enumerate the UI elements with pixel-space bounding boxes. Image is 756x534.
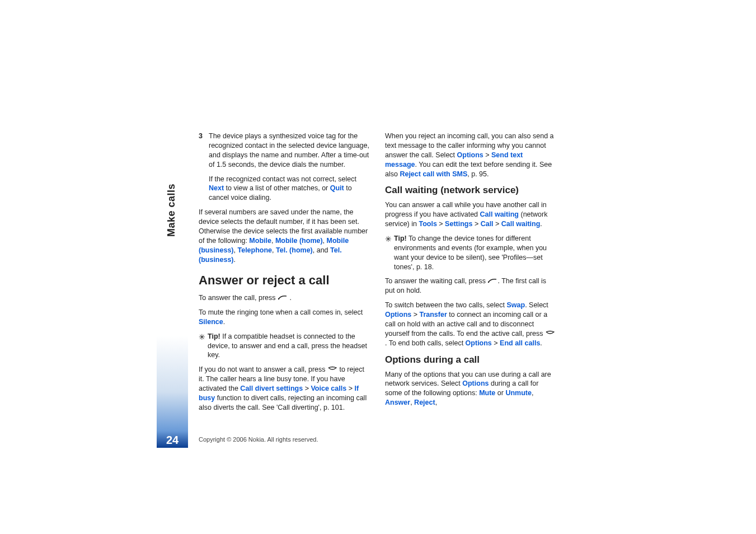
multi-number-paragraph: If several numbers are saved under the n… [199, 208, 369, 264]
text: To answer the waiting call, press [385, 277, 487, 285]
link-end-all-calls[interactable]: End all calls [500, 339, 540, 347]
text: To switch between the two calls, select [385, 301, 506, 309]
heading-call-waiting: Call waiting (network service) [385, 184, 556, 197]
text: If the recognized contact was not correc… [209, 175, 356, 183]
link-transfer[interactable]: Transfer [419, 311, 447, 318]
period: . [540, 339, 542, 347]
reject-paragraph: If you do not want to answer a call, pre… [199, 365, 369, 412]
text: , p. 95. [467, 170, 489, 178]
link-tools[interactable]: Tools [419, 220, 436, 228]
copyright-footer: Copyright © 2006 Nokia. All rights reser… [199, 436, 318, 443]
link-call-waiting[interactable]: Call waiting [480, 210, 519, 218]
period: . [540, 220, 542, 228]
waiting-answer-paragraph: To answer the waiting call, press . The … [385, 277, 556, 296]
end-key-icon [327, 365, 337, 371]
link-options-2[interactable]: Options [385, 311, 411, 318]
link-mobile-home[interactable]: Mobile (home) [275, 237, 323, 245]
link-call-waiting-2[interactable]: Call waiting [501, 220, 540, 228]
link-tel-home[interactable]: Tel. (home) [276, 246, 313, 254]
heading-answer-reject: Answer or reject a call [199, 272, 369, 289]
sep: > [346, 385, 354, 392]
sep: , [272, 246, 276, 254]
tip-1: ✳ Tip! If a compatible headset is connec… [199, 332, 369, 360]
text: To answer the call, press [199, 294, 278, 302]
column-right: When you reject an incoming call, you ca… [385, 132, 556, 418]
step3-line1: The device plays a synthesized voice tag… [209, 132, 369, 170]
answer-paragraph: To answer the call, press . [199, 293, 369, 303]
tip-icon: ✳ [385, 235, 394, 244]
link-mobile[interactable]: Mobile [249, 237, 271, 245]
link-mute[interactable]: Mute [479, 389, 495, 397]
call-key-icon [487, 277, 497, 282]
text: If a compatible headset is connected to … [208, 332, 367, 359]
period: . [234, 256, 236, 264]
tip-text: Tip! To change the device tones for diff… [394, 234, 556, 272]
svg-point-0 [278, 298, 279, 299]
step3-line2: If the recognized contact was not correc… [209, 175, 369, 203]
switch-paragraph: To switch between the two calls, select … [385, 301, 556, 348]
period: . [288, 294, 292, 302]
step-3: 3 The device plays a synthesized voice t… [199, 132, 369, 208]
trailing-comma: , [435, 399, 437, 406]
heading-options-during-call: Options during a call [385, 354, 556, 367]
page-content: 3 The device plays a synthesized voice t… [199, 132, 557, 418]
sep: > [494, 220, 501, 228]
tip-text: Tip! If a compatible headset is connecte… [208, 332, 369, 360]
text: To mute the ringing tone when a call com… [199, 308, 363, 316]
tip-label: Tip! [394, 235, 407, 242]
link-call[interactable]: Call [481, 220, 494, 228]
sep: , [323, 237, 327, 245]
link-answer[interactable]: Answer [385, 399, 410, 406]
sep: , [532, 389, 533, 397]
page-number: 24 [157, 431, 188, 449]
text: or [495, 389, 505, 397]
call-key-icon [278, 293, 288, 299]
period: . [223, 318, 225, 326]
step-number: 3 [199, 132, 209, 208]
sep: > [492, 339, 500, 347]
link-voice-calls[interactable]: Voice calls [311, 385, 346, 392]
link-unmute[interactable]: Unmute [505, 389, 532, 397]
call-waiting-paragraph: You can answer a call while you have ano… [385, 200, 556, 229]
text: function to divert calls, rejecting an i… [199, 394, 367, 411]
link-silence[interactable]: Silence [199, 318, 223, 326]
section-label: Make calls [166, 184, 177, 237]
text: . Select [525, 301, 548, 309]
sep: > [483, 151, 491, 159]
link-options[interactable]: Options [457, 151, 483, 159]
column-left: 3 The device plays a synthesized voice t… [199, 132, 369, 418]
tip-label: Tip! [208, 332, 220, 340]
step-body: The device plays a synthesized voice tag… [209, 132, 369, 208]
sep: > [437, 220, 445, 228]
text: If you do not want to answer a call, pre… [199, 366, 327, 373]
sep: > [472, 220, 480, 228]
options-call-paragraph: Many of the options that you can use dur… [385, 370, 556, 408]
link-options-4[interactable]: Options [462, 380, 489, 387]
text: to view a list of other matches, or [224, 184, 330, 192]
link-next[interactable]: Next [209, 184, 224, 192]
reject-sms-paragraph: When you reject an incoming call, you ca… [385, 132, 556, 179]
text: . To end both calls, select [385, 339, 466, 347]
tip-icon: ✳ [199, 332, 208, 342]
svg-point-1 [488, 282, 489, 283]
link-settings[interactable]: Settings [445, 220, 472, 228]
link-reject[interactable]: Reject [414, 399, 435, 406]
link-telephone[interactable]: Telephone [237, 246, 272, 254]
link-options-3[interactable]: Options [466, 339, 492, 347]
link-reject-call-with-sms[interactable]: Reject call with SMS [400, 170, 467, 178]
sep: , [271, 237, 275, 245]
link-call-divert-settings[interactable]: Call divert settings [240, 385, 303, 392]
sep: > [303, 385, 311, 392]
text: To change the device tones for different… [394, 235, 547, 271]
sep: , and [313, 246, 330, 254]
mute-paragraph: To mute the ringing tone when a call com… [199, 308, 369, 327]
end-key-icon [545, 329, 555, 335]
link-quit[interactable]: Quit [330, 184, 344, 192]
link-swap[interactable]: Swap [506, 301, 525, 309]
sep: > [411, 311, 419, 318]
tip-2: ✳ Tip! To change the device tones for di… [385, 234, 556, 272]
